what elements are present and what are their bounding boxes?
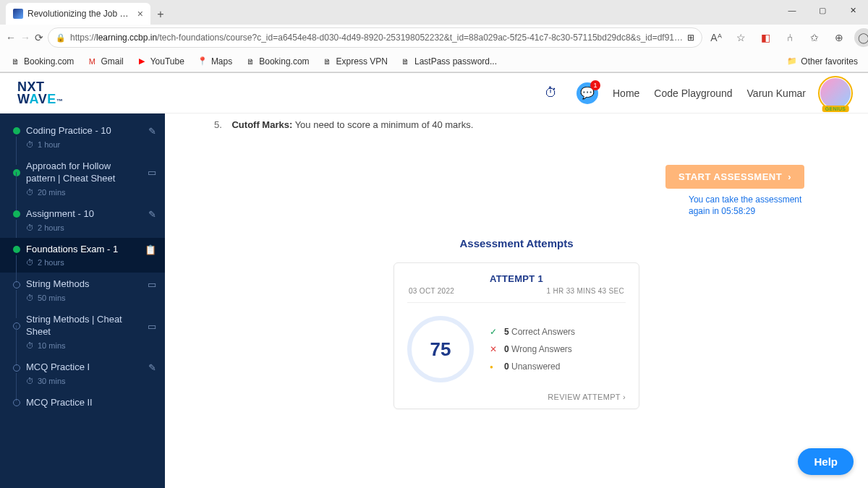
sidebar-item-hollow-pattern[interactable]: Approach for Hollow pattern | Cheat Shee…: [0, 155, 165, 202]
tab-title: Revolutionizing the Job Market |: [27, 9, 133, 19]
page-icon: 🗎: [323, 56, 333, 67]
sidebar-item-foundations-exam-1[interactable]: Foundations Exam - 1📋 ⏱2 hours: [0, 238, 165, 273]
start-assessment-button[interactable]: START ASSESSMENT›: [665, 165, 804, 189]
nav-code-playground[interactable]: Code Playground: [654, 87, 732, 99]
bookmarks-bar: 🗎Booking.com MGmail ▶YouTube 📍Maps 🗎Book…: [0, 51, 868, 72]
page-icon: 🗎: [245, 56, 255, 67]
pencil-icon: ✎: [148, 362, 156, 373]
dot-icon: ●: [490, 364, 498, 370]
nxtwave-logo[interactable]: NXT WAVE™: [17, 81, 63, 104]
youtube-icon: ▶: [137, 56, 147, 67]
course-sidebar[interactable]: Coding Practice - 10✎ ⏱1 hour Approach f…: [0, 114, 165, 488]
start-assessment-block: START ASSESSMENT› You can take the asses…: [185, 165, 804, 217]
cutoff-line: 5. Cutoff Marks: You need to score a min…: [185, 116, 848, 136]
url-text: https://learning.ccbp.in/tech-foundation…: [70, 33, 683, 43]
score-ring: 75: [407, 316, 474, 382]
app-header: NXT WAVE™ ⏱ 💬1 Home Code Playground Varu…: [0, 73, 868, 114]
browser-chrome: Revolutionizing the Job Market | × + — ▢…: [0, 0, 868, 73]
address-bar: ← → ⟳ 🔒 https://learning.ccbp.in/tech-fo…: [0, 25, 868, 51]
window-controls: — ▢ ✕: [777, 0, 868, 20]
attempts-heading: Assessment Attempts: [185, 237, 848, 249]
status-pending-icon: [13, 399, 20, 406]
book-icon: ▭: [148, 321, 156, 332]
back-button[interactable]: ←: [6, 27, 16, 48]
bookmark-expressvpn[interactable]: 🗎Express VPN: [323, 56, 388, 67]
reading-list-icon[interactable]: ⊞: [687, 33, 694, 43]
sidebar-item-assignment-10[interactable]: Assignment - 10✎ ⏱2 hours: [0, 202, 165, 238]
gmail-icon: M: [87, 56, 97, 67]
clock-icon: ⏱: [26, 258, 34, 267]
tab-bar: Revolutionizing the Job Market | × + — ▢…: [0, 0, 868, 25]
review-attempt-link[interactable]: REVIEW ATTEMPT ›: [407, 387, 626, 401]
bookmark-gmail[interactable]: MGmail: [87, 56, 123, 67]
read-aloud-icon[interactable]: Aᴬ: [707, 28, 726, 47]
header-right: ⏱ 💬1 Home Code Playground Varun Kumar GE…: [540, 78, 851, 108]
main-content: 5. Cutoff Marks: You need to score a min…: [165, 114, 868, 488]
maximize-button[interactable]: ▢: [807, 0, 838, 20]
sidebar-item-string-methods[interactable]: String Methods▭ ⏱50 mins: [0, 273, 165, 308]
help-button[interactable]: Help: [798, 448, 854, 475]
forward-button[interactable]: →: [20, 27, 30, 48]
retake-note: You can take the assessment again in 05:…: [689, 194, 804, 217]
stopwatch-icon[interactable]: ⏱: [540, 82, 562, 104]
book-icon: ▭: [148, 167, 156, 178]
attempt-meta: 03 OCT 2022 1 HR 33 MINS 43 SEC: [407, 284, 626, 303]
new-tab-button[interactable]: +: [150, 4, 171, 25]
nav-home[interactable]: Home: [613, 87, 639, 99]
browser-profile-icon[interactable]: ◯: [854, 28, 868, 47]
url-input[interactable]: 🔒 https://learning.ccbp.in/tech-foundati…: [48, 27, 702, 48]
answer-breakdown: ✓5 Correct Answers ✕0 Wrong Answers ●0 U…: [490, 327, 575, 372]
status-done-icon: [13, 169, 20, 176]
check-icon: ✓: [490, 327, 498, 337]
clock-icon: ⏱: [26, 188, 34, 197]
pencil-icon: ✎: [148, 126, 156, 137]
page-icon: 🗎: [401, 56, 411, 67]
genius-badge: GENIUS: [822, 106, 849, 112]
bookmark-youtube[interactable]: ▶YouTube: [137, 56, 184, 67]
clock-icon: ⏱: [26, 377, 34, 385]
bookmark-booking2[interactable]: 🗎Booking.com: [245, 56, 309, 67]
clock-icon: ⏱: [26, 140, 34, 149]
attempt-duration: 1 HR 33 MINS 43 SEC: [547, 287, 624, 295]
sidebar-item-mcq-practice-2[interactable]: MCQ Practice II: [0, 391, 165, 415]
chevron-right-icon: ›: [788, 171, 791, 182]
tab-favicon: [13, 9, 23, 19]
notification-badge: 1: [590, 80, 600, 90]
folder-icon: 📁: [787, 56, 797, 67]
maps-icon: 📍: [197, 56, 208, 67]
status-done-icon: [13, 210, 20, 218]
page-icon: 🗎: [10, 56, 20, 67]
close-icon[interactable]: ×: [137, 8, 143, 20]
attempt-title: ATTEMPT 1: [407, 273, 626, 284]
bookmark-lastpass[interactable]: 🗎LastPass password...: [401, 56, 497, 67]
clock-icon: ⏱: [26, 223, 34, 232]
status-pending-icon: [13, 364, 20, 372]
browser-tab[interactable]: Revolutionizing the Job Market | ×: [6, 3, 150, 25]
clock-icon: ⏱: [26, 294, 34, 302]
lock-icon: 🔒: [56, 33, 66, 43]
chat-icon[interactable]: 💬1: [576, 82, 598, 104]
extensions-icon[interactable]: ⑃: [780, 28, 799, 47]
toolbar-icons: Aᴬ ☆ ◧ ⑃ ✩ ⊕ ◯ ⋯: [707, 28, 868, 47]
collections-icon[interactable]: ⊕: [830, 28, 848, 47]
favorites-icon[interactable]: ☆: [731, 28, 750, 47]
attempt-date: 03 OCT 2022: [409, 287, 454, 295]
status-pending-icon: [13, 322, 20, 330]
clock-icon: ⏱: [26, 341, 34, 350]
bookmark-maps[interactable]: 📍Maps: [197, 56, 232, 67]
bookmark-booking[interactable]: 🗎Booking.com: [10, 56, 74, 67]
sidebar-item-string-methods-cheatsheet[interactable]: String Methods | Cheat Sheet▭ ⏱10 mins: [0, 308, 165, 356]
minimize-button[interactable]: —: [777, 0, 807, 20]
close-window-button[interactable]: ✕: [838, 0, 868, 20]
sidebar-item-coding-practice-10[interactable]: Coding Practice - 10✎ ⏱1 hour: [0, 119, 165, 155]
other-favorites[interactable]: 📁Other favorites: [787, 56, 858, 67]
favorites-bar-icon[interactable]: ✩: [805, 28, 824, 47]
attempt-card: ATTEMPT 1 03 OCT 2022 1 HR 33 MINS 43 SE…: [393, 262, 639, 409]
avatar[interactable]: GENIUS: [820, 78, 851, 108]
username-label[interactable]: Varun Kumar: [747, 87, 806, 99]
status-done-icon: [13, 246, 20, 253]
extension-shield-icon[interactable]: ◧: [756, 28, 775, 47]
cross-icon: ✕: [490, 344, 498, 354]
refresh-button[interactable]: ⟳: [35, 27, 43, 48]
sidebar-item-mcq-practice-1[interactable]: MCQ Practice I✎ ⏱30 mins: [0, 356, 165, 391]
